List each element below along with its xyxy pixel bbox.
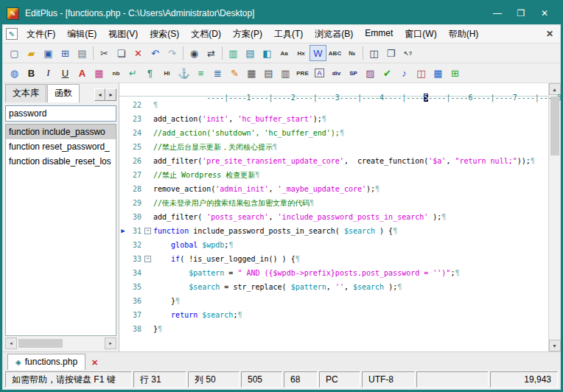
table-row-icon[interactable]: ▤ [260,65,277,81]
status-segment-2: 列 50 [188,371,239,388]
function-filter-input[interactable] [5,105,116,122]
sidebar-toggle-icon[interactable]: ◧ [259,45,276,61]
fold-gutter [143,238,153,252]
maximize-button[interactable]: ❐ [509,5,533,21]
function-list[interactable]: function include_passwofunction reset_pa… [5,124,116,336]
pre-tag-icon[interactable]: PRE [294,65,311,81]
save-all-icon[interactable]: ⊞ [57,45,74,61]
menu-item-4[interactable]: 文档(D) [185,26,227,43]
editor-pane[interactable]: ----|----1----|----2----|----3----|----4… [119,83,548,351]
insert-table-icon[interactable]: ⊞ [447,65,464,81]
line-number-icon[interactable]: № [343,45,360,61]
redo-icon[interactable]: ↷ [164,45,181,61]
browser-view-icon[interactable]: ▥ [225,45,242,61]
anchor-icon[interactable]: ⚓ [175,65,192,81]
menu-item-1[interactable]: 编辑(E) [61,26,102,43]
table-grid-icon[interactable]: ▦ [430,65,447,81]
vscroll-down-icon[interactable]: ▼ [549,340,561,351]
minimize-button[interactable]: — [486,5,509,21]
spell-check-icon[interactable]: ABC [326,45,343,61]
hscroll-right-icon[interactable]: ▸ [105,337,116,349]
open-file-icon[interactable]: ▰ [23,45,40,61]
code-area[interactable]: 22¶23add_action('init', 'hc_buffer_start… [119,97,548,351]
save-icon[interactable]: ▣ [40,45,57,61]
status-segment-7 [416,371,489,388]
case-icon[interactable]: Aa [276,45,293,61]
tab-scroll-left-icon[interactable]: ◂ [94,88,105,101]
document-menu-icon[interactable]: ✎ [6,28,18,40]
function-list-item[interactable]: function disable_reset_los [6,154,116,169]
tab-functions-php[interactable]: ◈ functions.php [7,354,85,370]
font-color-icon[interactable]: A [74,65,91,81]
bold-icon[interactable]: B [23,65,40,81]
fold-gutter [143,98,153,112]
copy-icon[interactable]: ❏ [113,45,130,61]
tab-functions[interactable]: 函数 [47,84,80,102]
code-line: 30add_filter( 'posts_search', 'include_p… [119,210,548,224]
title-bar[interactable]: ✎ EditPlus - [functions.php - C:\Users\A… [2,2,561,24]
menu-item-10[interactable]: 帮助(H) [443,26,485,43]
cut-icon[interactable]: ✂ [96,45,113,61]
function-list-item[interactable]: function reset_password_ [6,139,116,154]
tab-scroll-right-icon[interactable]: ▸ [105,88,116,101]
image-tag-icon[interactable]: ▨ [362,65,379,81]
italic-icon[interactable]: I [40,65,57,81]
menu-item-3[interactable]: 搜索(S) [144,26,185,43]
fold-toggle-icon[interactable]: − [143,224,153,238]
div-tag-icon[interactable]: div [328,65,345,81]
menu-item-7[interactable]: 浏览器(B) [309,26,359,43]
color-palette-icon[interactable]: ▦ [91,65,108,81]
check-syntax-icon[interactable]: ✔ [379,65,396,81]
editor-vscrollbar[interactable]: ▲ ▼ [548,83,560,351]
font-tag-icon[interactable]: A [311,65,328,81]
context-help-icon[interactable]: ↖? [399,45,416,61]
numbered-list-icon[interactable]: ≣ [209,65,226,81]
new-file-icon[interactable]: ▢ [6,45,23,61]
heading-icon[interactable]: HI [158,65,175,81]
video-icon[interactable]: ◫ [413,65,430,81]
split-window-icon[interactable]: ◫ [366,45,382,61]
delete-icon[interactable]: ✕ [130,45,147,61]
menu-item-8[interactable]: Emmet [359,26,399,43]
tab-close-icon[interactable]: ✕ [91,358,98,368]
span-tag-icon[interactable]: SP [345,65,362,81]
function-list-item[interactable]: function include_passwo [6,125,116,139]
close-document-button[interactable]: ✕ [542,29,557,39]
vscroll-track[interactable] [549,95,561,340]
table-icon[interactable]: ▦ [243,65,260,81]
word-wrap-icon[interactable]: W [310,45,326,61]
nbsp-icon[interactable]: nb [108,65,125,81]
audio-icon[interactable]: ♪ [396,65,413,81]
close-button[interactable]: ✕ [533,5,556,21]
sidebar-hscrollbar[interactable]: ◂ ▸ [5,337,116,349]
new-window-icon[interactable]: ❒ [382,45,399,61]
hex-view-icon[interactable]: Hx [293,45,310,61]
menu-item-6[interactable]: 工具(T) [268,26,309,43]
fold-toggle-icon[interactable]: − [143,252,153,266]
find-icon[interactable]: ◉ [186,45,203,61]
line-break-icon[interactable]: ↵ [125,65,141,81]
menu-item-9[interactable]: 窗口(W) [399,26,442,43]
print-icon[interactable]: ▤ [74,45,91,61]
code-text: remove_action('admin_init', '_maybe_upda… [153,182,548,196]
menu-item-0[interactable]: 文件(F) [21,26,61,43]
table-col-icon[interactable]: ▥ [277,65,294,81]
menu-item-5[interactable]: 方案(P) [227,26,268,43]
paragraph-icon[interactable]: ¶ [141,65,158,81]
underline-icon[interactable]: U [57,65,74,81]
hscroll-left-icon[interactable]: ◂ [5,337,17,349]
bullet-list-icon[interactable]: ≡ [192,65,209,81]
replace-icon[interactable]: ⇄ [203,45,220,61]
browser-preview-icon[interactable]: ◍ [6,65,23,81]
hscroll-track[interactable] [17,337,105,349]
output-window-icon[interactable]: ▤ [242,45,259,61]
undo-icon[interactable]: ↶ [147,45,164,61]
tab-cliptext[interactable]: 文本库 [5,84,46,102]
edit-pencil-icon[interactable]: ✎ [226,65,243,81]
line-number: 25 [127,140,143,154]
gutter-margin [119,196,127,210]
menu-item-2[interactable]: 视图(V) [102,26,144,43]
hscroll-thumb[interactable] [18,339,63,348]
code-text: //使未登录用户的搜索结果包含加密文章的代码¶ [153,196,548,210]
vscroll-thumb[interactable] [550,97,559,155]
